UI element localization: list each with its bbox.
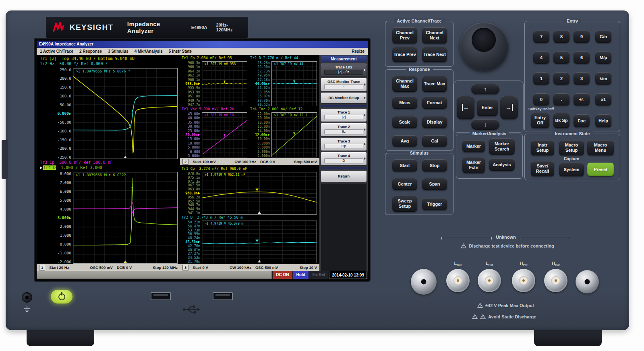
entry-off-button[interactable]: Entry Off [531, 113, 549, 128]
menu-resize[interactable]: Resize [352, 49, 364, 54]
system-button[interactable]: System [559, 163, 584, 176]
ch2-iac-plot: >1 307.19 mV 12.1 [271, 112, 317, 157]
arrow-left-button[interactable]: ← [457, 96, 474, 119]
key-0[interactable]: 0 [533, 93, 549, 105]
axis-tick: 20.00m [257, 116, 270, 120]
menu-response[interactable]: 2 Response [79, 49, 102, 54]
menu-stimulus[interactable]: 3 Stimulus [108, 49, 128, 54]
key-8[interactable]: 8 [553, 31, 569, 43]
trigger-button[interactable]: Trigger [422, 198, 447, 210]
softkey-trace-3[interactable]: Trace 3 Cp [321, 138, 367, 151]
enter-button[interactable]: Enter [477, 99, 498, 116]
softkey-trace-2[interactable]: Trace 2 θz [321, 123, 367, 136]
macro-menu-button[interactable]: Macro Menu [587, 140, 614, 155]
foc-button[interactable]: Foc [574, 114, 590, 127]
marker-readout: >1 307.19 mV 958 [204, 62, 236, 66]
key-plus-minus[interactable]: +/- [574, 93, 590, 105]
stop-button[interactable]: Stop [422, 159, 447, 171]
message-area [37, 271, 272, 279]
channel-prev-button[interactable]: Channel Prev [392, 27, 417, 43]
arrow-down-button[interactable]: ↓ [471, 119, 499, 130]
warning-triangle-icon [472, 314, 478, 319]
key-5[interactable]: 5 [553, 52, 569, 64]
ch2-cp-y-axis: 968.3n966.1n964.2n962.1n960.1n958.0n955.… [180, 61, 202, 106]
marker-readout: >1 307.19 mV 44. [273, 62, 306, 66]
preset-button[interactable]: Preset [587, 163, 614, 176]
bracket-line [520, 237, 570, 240]
trace-max-button[interactable]: Trace Max [422, 76, 447, 92]
center-button[interactable]: Center [392, 178, 417, 190]
softkey-trace-1[interactable]: Trace 1 |Z| [321, 109, 367, 122]
axis-tick: 59.21m [188, 221, 200, 224]
bk-sp-button[interactable]: Bk Sp [553, 113, 569, 128]
cal-button[interactable]: Cal [422, 135, 447, 147]
marker-search-button[interactable]: Marker Search [489, 138, 515, 155]
softkey-trace-1and2[interactable]: Trace 1&2 |Z| - θz [321, 64, 367, 76]
axis-tick: -100.0 [58, 129, 71, 133]
help-button[interactable]: Help [595, 114, 611, 127]
axis-tick: 49.95m [257, 74, 270, 77]
key-k-m[interactable]: k/m [595, 72, 611, 85]
menu-active-ch-trace[interactable]: 1 Active Ch/Trace [40, 49, 73, 54]
axis-tick: 964.2n [188, 70, 200, 73]
axis-tick: 14.00m [257, 129, 270, 132]
key-m-u[interactable]: M/µ [595, 52, 611, 64]
marker-fctn-button[interactable]: Marker Fctn [462, 157, 485, 173]
hcur-label: HCur [544, 261, 568, 266]
instrument-foot-left [27, 330, 94, 346]
key-decimal[interactable]: . [553, 93, 569, 105]
marker-button[interactable]: Marker [462, 140, 485, 152]
trace-prev-button[interactable]: Trace Prev [392, 47, 417, 62]
key-4[interactable]: 4 [533, 52, 549, 64]
key-2[interactable]: 2 [553, 72, 569, 85]
axis-tick: 5.000 [60, 198, 71, 202]
start-button[interactable]: Start [392, 159, 417, 171]
softkey-osc-monitor-trace[interactable]: OSC Monitor Trace - [321, 78, 367, 91]
rotary-knob[interactable] [460, 23, 508, 71]
sweep-setup-button[interactable]: Sweep Setup [392, 196, 417, 212]
photo-keysight-e4990a: KEYSIGHT Impedance Analyzer E4990A 20Hz-… [0, 0, 644, 351]
macro-setup-button[interactable]: Macro Setup [559, 140, 584, 155]
display-button[interactable]: Display [422, 116, 447, 128]
channel-2-3-area: Tr1 Cp 2.064 nF/ Ref 95 Tr2 D 2.776 m / … [180, 55, 319, 271]
analysis-button[interactable]: Analysis [489, 159, 515, 171]
ch3-cp-y-axis: 978.9n975.1n971.3n967.5n963.8n960.0n956.… [180, 172, 202, 215]
axis-tick: 962.1n [188, 74, 200, 77]
avg-button[interactable]: Avg [392, 135, 417, 147]
softkey-arrow-icon [364, 96, 366, 99]
channel-max-button[interactable]: Channel Max [392, 76, 417, 92]
marker-readout: >1 1.8979666 MHz 6.0322 [75, 173, 127, 177]
static-discharge-warning: Avoid Static Discharge [472, 314, 536, 319]
ch2-d-trace [272, 62, 317, 106]
key-3[interactable]: 3 [574, 72, 590, 85]
span-button[interactable]: Span [422, 178, 447, 190]
key-x1[interactable]: x1 [595, 93, 611, 105]
save-recall-button[interactable]: Save/ Recall [531, 161, 554, 176]
meas-button[interactable]: Meas [392, 97, 417, 109]
right-arrow-to-bar-icon: → [505, 104, 513, 111]
arrow-up-button[interactable]: ↑ [471, 84, 499, 94]
axis-tick: 50.00 [60, 103, 71, 107]
axis-tick: 37.27m [188, 252, 200, 255]
key-6[interactable]: 6 [574, 52, 590, 64]
softkey-menu: Measurement Trace 1&2 |Z| - θz OSC Monit… [319, 55, 368, 271]
key-1[interactable]: 1 [533, 72, 549, 85]
menu-instr-state[interactable]: 5 Instr State [169, 49, 192, 54]
arrow-right-button[interactable]: → [500, 96, 518, 119]
lpot-label: LPot [477, 261, 501, 266]
format-button[interactable]: Format [422, 97, 447, 109]
softkey-dc-monitor-setup[interactable]: DC Monitor Setup [321, 93, 367, 103]
channel-next-button[interactable]: Channel Next [422, 27, 447, 43]
key-7[interactable]: 7 [533, 31, 549, 43]
instr-setup-button[interactable]: Instr Setup [531, 140, 554, 155]
axis-tick: 58.28m [257, 61, 270, 64]
instrument-status-bar: DC ON Hold ExtRef 2014-02-10 13:09 [37, 271, 368, 279]
scale-button[interactable]: Scale [392, 116, 417, 128]
softkey-return[interactable]: Return [321, 171, 367, 182]
key-9[interactable]: 9 [574, 31, 590, 43]
key-g-n[interactable]: G/n [595, 31, 611, 43]
trace-next-button[interactable]: Trace Next [422, 47, 447, 62]
power-button[interactable] [51, 290, 72, 304]
softkey-trace-4[interactable]: Trace 4 D [321, 152, 367, 165]
menu-mkr-analysis[interactable]: 4 Mkr/Analysis [135, 49, 163, 54]
